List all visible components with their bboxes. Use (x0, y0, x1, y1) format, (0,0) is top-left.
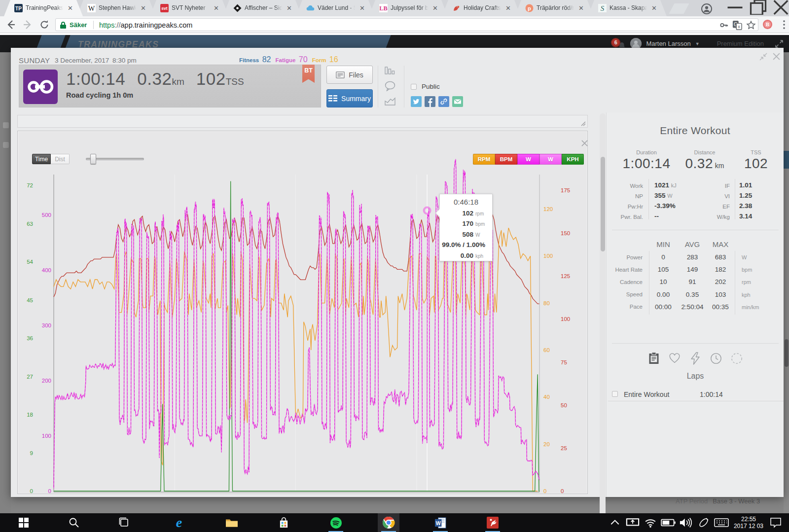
taskbar-word[interactable]: W (430, 513, 451, 532)
window-close-button[interactable] (770, 0, 789, 15)
lap-row[interactable]: Entire Workout 1:00:14 (607, 390, 784, 402)
tray-battery-icon[interactable] (661, 517, 676, 528)
bar-chart-icon[interactable] (385, 65, 395, 76)
lap-checkbox[interactable] (612, 391, 618, 397)
tray-pen-icon[interactable] (696, 517, 711, 528)
taskbar-edge[interactable]: e (168, 513, 190, 532)
taskbar-chrome[interactable] (378, 513, 399, 532)
forward-button[interactable] (22, 19, 34, 31)
browser-tab-7[interactable]: Holiday Crafts ✕ (442, 0, 521, 16)
tab-favicon: LB (379, 4, 388, 12)
tab-close-icon[interactable]: ✕ (359, 4, 366, 12)
tab-close-icon[interactable]: ✕ (504, 4, 512, 12)
browser-menu-icon[interactable] (781, 19, 788, 31)
comment-bubble-icon[interactable] (385, 81, 395, 91)
tab-close-icon[interactable]: ✕ (140, 4, 147, 12)
tab-favicon: p (525, 4, 534, 12)
browser-tab-2[interactable]: W Stephen Hawki ✕ (77, 0, 156, 16)
minmax-unit: kph (742, 292, 751, 298)
tab-close-icon[interactable]: ✕ (67, 4, 74, 12)
modal-scrollbar[interactable] (600, 113, 606, 532)
notification-badge[interactable]: 6 (611, 38, 620, 47)
browser-tab-9[interactable]: S Kassa - Skapar ✕ (588, 0, 667, 16)
taskbar-file-explorer[interactable] (221, 513, 243, 532)
tab-close-icon[interactable]: ✕ (431, 4, 439, 12)
laps-title: Laps (607, 372, 784, 381)
summary-button[interactable]: Summary (326, 89, 373, 107)
description-textarea[interactable] (17, 115, 588, 128)
heart-icon[interactable] (669, 352, 681, 365)
translate-icon[interactable]: Gx (732, 20, 742, 30)
workout-chart[interactable]: 0918273645546372010020030040050002040608… (18, 131, 587, 494)
reload-button[interactable] (38, 19, 50, 31)
taskbar-spotify[interactable] (325, 513, 347, 532)
svg-text:x: x (738, 24, 740, 29)
window-minimize-button[interactable] (724, 0, 746, 15)
browser-tab-8[interactable]: p Träpärlor röd/r ✕ (515, 0, 594, 16)
tray-volume-icon[interactable] (679, 517, 693, 528)
resize-grip-icon[interactable] (581, 121, 586, 126)
back-button[interactable] (5, 19, 17, 31)
taskbar-task-view[interactable] (113, 513, 135, 532)
mail-share-button[interactable] (452, 96, 463, 107)
public-checkbox[interactable] (411, 84, 417, 90)
taskbar-start[interactable] (13, 513, 35, 532)
tooltip-row: 0.00kph (440, 252, 492, 259)
browser-profile-icon[interactable] (701, 3, 712, 14)
files-button[interactable]: Files (326, 66, 373, 84)
workout-subtitle: Road cycling 1h 0m (66, 91, 133, 99)
tab-close-icon[interactable]: ✕ (286, 4, 293, 12)
facebook-share-button[interactable] (425, 96, 435, 107)
tray-display-icon[interactable] (625, 517, 640, 528)
browser-tab-4[interactable]: Affischer – Sid ✕ (223, 0, 302, 16)
browser-tab-6[interactable]: LB Julpyssel för b ✕ (369, 0, 448, 16)
secure-label[interactable]: Säker (70, 21, 87, 29)
user-name[interactable]: Marten Larsson (646, 40, 690, 47)
divider (404, 66, 404, 107)
url-text[interactable]: https://app.trainingpeaks.com (99, 21, 192, 29)
browser-scrollbar-thumb[interactable] (785, 339, 789, 367)
taskbar-clock[interactable]: 22:552017 12 03 (734, 516, 763, 530)
tray-notification-icon[interactable] (768, 517, 783, 528)
key-icon[interactable] (719, 21, 728, 30)
workout-stats: 1:00:140.32km102TSS (66, 69, 244, 89)
area-chart-icon[interactable] (385, 96, 395, 106)
power-icon[interactable] (689, 352, 701, 365)
axis-tick-hr: 175 (561, 187, 570, 193)
tray-wifi-icon[interactable] (643, 517, 658, 528)
divider (378, 66, 378, 107)
tab-close-icon[interactable]: ✕ (213, 4, 220, 12)
taskbar-search[interactable] (63, 513, 85, 532)
modal-close-icon[interactable] (772, 52, 781, 61)
modal-scrollbar-thumb[interactable] (601, 157, 605, 251)
axis-tick-speed: 63 (27, 221, 33, 227)
tray-chevron-icon[interactable] (608, 517, 622, 528)
tab-close-icon[interactable]: ✕ (650, 4, 658, 12)
taskbar-sport-app[interactable] (482, 513, 503, 532)
window-restore-button[interactable] (747, 0, 769, 15)
svg-text:S: S (601, 4, 605, 12)
twitter-share-button[interactable] (411, 96, 422, 107)
fullscreen-icon[interactable] (775, 40, 783, 48)
secure-lock-icon[interactable] (60, 21, 67, 29)
user-caret-icon[interactable]: ▼ (695, 41, 700, 46)
chart-tooltip: 0:46:18 102rpm170bpm508W99.0% / 1.00%0.0… (439, 194, 493, 261)
browser-tab-5[interactable]: Väder Lund - S ✕ (296, 0, 375, 16)
extension-icon[interactable]: B (762, 19, 773, 30)
time-icon[interactable] (710, 352, 722, 365)
tab-title: Träpärlor röd/r (537, 4, 574, 11)
tray-keyboard-icon[interactable] (714, 517, 729, 528)
link-share-button[interactable] (438, 96, 449, 107)
axis-tick-hr: 25 (561, 445, 567, 451)
browser-tab-3[interactable]: svt SVT Nyheter ✕ (150, 0, 229, 16)
tab-close-icon[interactable]: ✕ (577, 4, 585, 12)
bookmark-star-icon[interactable] (746, 20, 756, 30)
taskbar-store[interactable] (273, 513, 294, 532)
zones-icon[interactable] (731, 352, 743, 365)
modal-collapse-icon[interactable] (759, 53, 767, 61)
browser-tab-1[interactable]: TP TrainingPeaks ✕ (4, 0, 83, 16)
sidebar-icon-2 (3, 142, 9, 148)
notes-icon[interactable] (648, 352, 660, 365)
address-bar[interactable]: Säker https://app.trainingpeaks.com Gx (55, 18, 758, 31)
tab-title: Stephen Hawki (99, 4, 136, 11)
